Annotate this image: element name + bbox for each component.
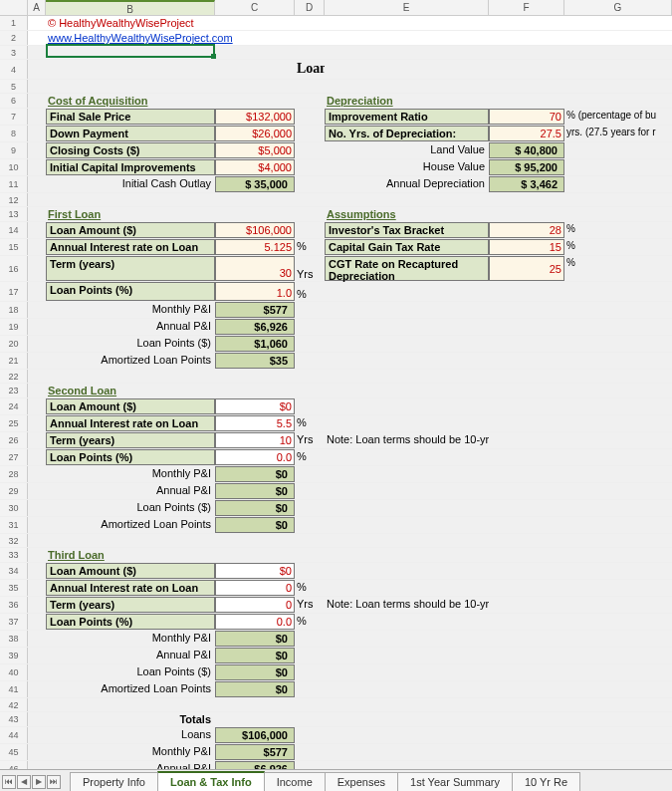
tab-expenses[interactable]: Expenses: [325, 772, 398, 791]
tab-first-icon[interactable]: ⏮: [2, 775, 16, 789]
col-a[interactable]: A: [28, 0, 46, 15]
tab-prev-icon[interactable]: ◀: [17, 775, 31, 789]
col-f[interactable]: F: [489, 0, 564, 15]
sheet-tabs: ⏮ ◀ ▶ ⏭ Property Info Loan & Tax Info In…: [0, 769, 672, 791]
website-link[interactable]: www.HealthyWealthyWiseProject.com: [48, 32, 233, 44]
tab-property-info[interactable]: Property Info: [70, 772, 158, 791]
assumptions-header: Assumptions: [325, 207, 489, 221]
coa-header: Cost of Acquisition: [46, 94, 215, 108]
copyright-text: © HealthyWealthyWiseProject: [46, 16, 215, 30]
first-loan-header: First Loan: [46, 207, 215, 221]
tab-10yr[interactable]: 10 Yr Re: [512, 772, 580, 791]
tab-income[interactable]: Income: [264, 772, 326, 791]
col-e[interactable]: E: [325, 0, 489, 15]
col-d[interactable]: D: [295, 0, 325, 15]
loan-term-note: Note: Loan terms should be 10-yr minimum…: [325, 432, 489, 448]
tab-nav-buttons[interactable]: ⏮ ◀ ▶ ⏭: [2, 775, 61, 789]
tab-loan-tax-info[interactable]: Loan & Tax Info: [157, 771, 265, 791]
totals-header: Totals: [46, 712, 215, 726]
tab-last-icon[interactable]: ⏭: [47, 775, 61, 789]
column-headers: A B C D E F G: [0, 0, 672, 16]
tab-1st-year-summary[interactable]: 1st Year Summary: [397, 772, 513, 791]
col-g[interactable]: G: [564, 0, 672, 15]
third-loan-header: Third Loan: [46, 548, 215, 562]
col-c[interactable]: C: [215, 0, 295, 15]
col-b[interactable]: B: [46, 0, 215, 15]
grid[interactable]: 1© HealthyWealthyWiseProject 2www.Health…: [0, 16, 672, 791]
dep-header: Depreciation: [325, 94, 489, 108]
second-loan-header: Second Loan: [46, 384, 215, 397]
page-title: Loan & Tax Information: [295, 60, 325, 79]
tab-next-icon[interactable]: ▶: [32, 775, 46, 789]
